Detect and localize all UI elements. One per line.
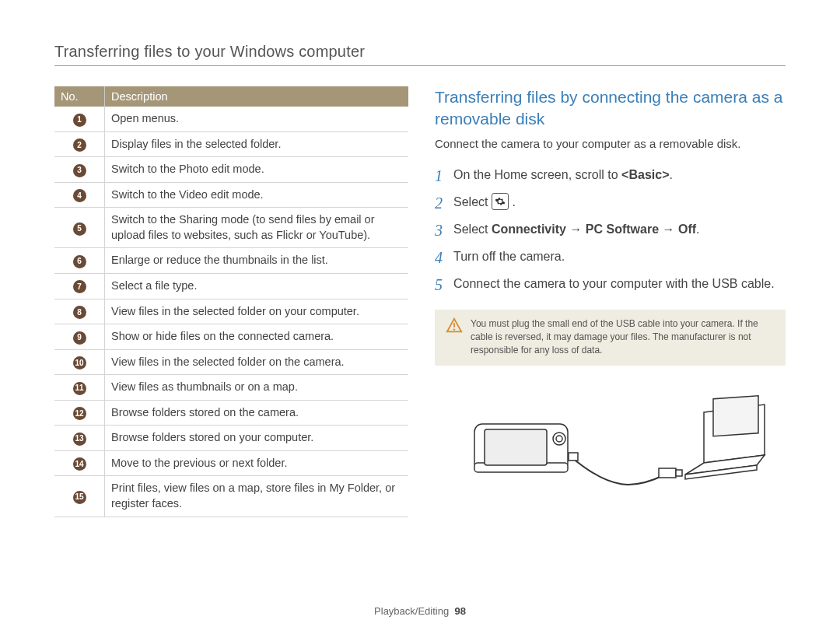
- step-text: Connect the camera to your computer with…: [453, 273, 775, 294]
- step-text: .: [512, 195, 515, 208]
- row-desc: Browse folders stored on the camera.: [105, 400, 409, 426]
- row-number-icon: 4: [73, 189, 86, 202]
- table-row: 14Move to the previous or next folder.: [54, 450, 408, 476]
- row-number-icon: 10: [73, 356, 86, 370]
- row-number-icon: 13: [73, 433, 86, 446]
- step-text: Turn off the camera.: [453, 246, 565, 267]
- th-no: No.: [54, 86, 105, 107]
- table-row: 13Browse folders stored on your computer…: [54, 426, 408, 451]
- table-row: 5Switch to the Sharing mode (to send fil…: [54, 208, 408, 248]
- svg-rect-10: [713, 396, 758, 436]
- step-text: Select: [453, 222, 492, 236]
- row-desc: Show or hide files on the connected came…: [105, 324, 409, 350]
- step-item: On the Home screen, scroll to <Basic>.: [435, 164, 786, 188]
- row-desc: Switch to the Sharing mode (to send file…: [105, 208, 409, 248]
- right-column: Transferring files by connecting the cam…: [435, 86, 786, 517]
- section-intro: Connect the camera to your computer as a…: [435, 137, 786, 150]
- row-desc: Browse folders stored on your computer.: [105, 426, 409, 451]
- row-number-icon: 2: [73, 138, 86, 152]
- table-row: 3Switch to the Photo edit mode.: [54, 157, 408, 183]
- row-number-icon: 5: [73, 222, 86, 236]
- section-heading: Transferring files by connecting the cam…: [435, 86, 786, 131]
- manual-page: Transferring files to your Windows compu…: [0, 0, 840, 634]
- table-row: 1Open menus.: [54, 107, 408, 131]
- row-number-icon: 14: [73, 457, 86, 471]
- description-table: No. Description 1Open menus. 2Display fi…: [54, 86, 408, 517]
- svg-rect-8: [659, 468, 676, 478]
- row-number-icon: 9: [73, 331, 86, 345]
- svg-point-6: [556, 436, 562, 442]
- step-text: Select: [453, 195, 492, 208]
- table-row: 4Switch to the Video edit mode.: [54, 182, 408, 208]
- footer-page-number: 98: [454, 605, 465, 617]
- row-number-icon: 3: [73, 164, 86, 177]
- step-bold: Connectivity → PC Software → Off: [492, 222, 696, 236]
- row-number-icon: 12: [73, 407, 86, 420]
- footer-section: Playback/Editing: [374, 605, 449, 617]
- steps-list: On the Home screen, scroll to <Basic>. S…: [435, 164, 786, 297]
- step-text: .: [669, 168, 672, 181]
- row-desc: Print files, view files on a map, store …: [105, 476, 409, 517]
- row-number-icon: 1: [73, 114, 86, 127]
- row-desc: Open menus.: [105, 107, 409, 131]
- page-footer: Playback/Editing 98: [0, 605, 840, 617]
- warning-triangle-icon: [446, 317, 463, 333]
- th-description: Description: [105, 86, 409, 107]
- step-text: .: [696, 222, 699, 236]
- row-number-icon: 6: [73, 255, 86, 268]
- svg-rect-7: [569, 453, 578, 461]
- row-number-icon: 11: [73, 382, 86, 395]
- table-row: 10View files in the selected folder on t…: [54, 349, 408, 375]
- row-number-icon: 8: [73, 306, 86, 319]
- step-item: Select Connectivity → PC Software → Off.: [435, 219, 786, 243]
- row-desc: Switch to the Photo edit mode.: [105, 157, 409, 183]
- step-item: Select .: [435, 191, 786, 215]
- table-row: 9Show or hide files on the connected cam…: [54, 324, 408, 350]
- page-title: Transferring files to your Windows compu…: [54, 43, 786, 66]
- row-number-icon: 7: [73, 280, 86, 293]
- table-row: 7Select a file type.: [54, 273, 408, 299]
- row-number-icon: 15: [73, 491, 86, 504]
- svg-rect-9: [676, 470, 682, 476]
- table-row: 12Browse folders stored on the camera.: [54, 400, 408, 426]
- step-bold: <Basic>: [621, 168, 669, 181]
- table-row: 11View files as thumbnails or on a map.: [54, 375, 408, 401]
- row-desc: View files in the selected folder on the…: [105, 349, 409, 375]
- caution-note: You must plug the small end of the USB c…: [435, 310, 786, 366]
- row-desc: View files in the selected folder on you…: [105, 299, 409, 324]
- row-desc: Move to the previous or next folder.: [105, 450, 409, 476]
- note-text: You must plug the small end of the USB c…: [471, 317, 775, 358]
- row-desc: Enlarge or reduce the thumbnails in the …: [105, 248, 409, 274]
- svg-point-1: [453, 328, 455, 330]
- row-desc: Switch to the Video edit mode.: [105, 182, 409, 208]
- step-item: Connect the camera to your computer with…: [435, 273, 786, 297]
- row-desc: Display files in the selected folder.: [105, 131, 409, 157]
- settings-gear-icon: [492, 193, 509, 210]
- content-columns: No. Description 1Open menus. 2Display fi…: [54, 86, 786, 517]
- table-row: 8View files in the selected folder on yo…: [54, 299, 408, 324]
- camera-to-laptop-illustration: [435, 381, 786, 498]
- step-text: On the Home screen, scroll to: [453, 168, 621, 181]
- table-row: 2Display files in the selected folder.: [54, 131, 408, 157]
- svg-rect-4: [485, 429, 547, 465]
- row-desc: View files as thumbnails or on a map.: [105, 375, 409, 401]
- table-row: 15Print files, view files on a map, stor…: [54, 476, 408, 517]
- left-column: No. Description 1Open menus. 2Display fi…: [54, 86, 408, 517]
- table-row: 6Enlarge or reduce the thumbnails in the…: [54, 248, 408, 274]
- step-item: Turn off the camera.: [435, 246, 786, 270]
- row-desc: Select a file type.: [105, 273, 409, 299]
